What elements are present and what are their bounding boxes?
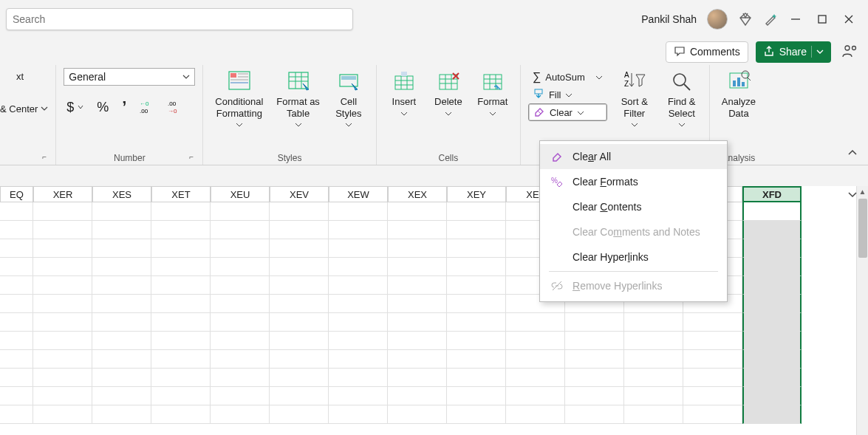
- cell[interactable]: [447, 295, 506, 313]
- fill-button[interactable]: Fill: [528, 86, 607, 103]
- cell[interactable]: [742, 313, 802, 332]
- cell[interactable]: [151, 258, 211, 276]
- menu-clear-contents[interactable]: Clear Contents: [540, 194, 727, 219]
- cell[interactable]: [211, 202, 270, 221]
- cell[interactable]: [33, 239, 92, 258]
- cell[interactable]: [211, 405, 270, 424]
- cell[interactable]: [270, 221, 329, 239]
- cell[interactable]: [92, 405, 151, 424]
- cell[interactable]: [742, 276, 802, 295]
- column-header[interactable]: EQ: [0, 186, 33, 202]
- cell[interactable]: [624, 350, 683, 369]
- cell[interactable]: [329, 239, 388, 258]
- cell[interactable]: [742, 202, 802, 221]
- cell[interactable]: [565, 313, 624, 332]
- column-header[interactable]: XEY: [447, 186, 506, 202]
- cell[interactable]: [270, 350, 329, 369]
- cell[interactable]: [0, 387, 33, 405]
- cell[interactable]: [0, 332, 33, 350]
- minimize-button[interactable]: [782, 6, 809, 32]
- cell[interactable]: [151, 295, 211, 313]
- cell[interactable]: [388, 369, 447, 387]
- cell[interactable]: [211, 239, 270, 258]
- cell[interactable]: [270, 202, 329, 221]
- cell[interactable]: [33, 295, 92, 313]
- cell[interactable]: [151, 202, 211, 221]
- pencil-sparkle-icon[interactable]: [763, 12, 778, 27]
- cell[interactable]: [33, 369, 92, 387]
- cell[interactable]: [683, 369, 742, 387]
- find-select-button[interactable]: Find & Select: [662, 68, 702, 131]
- column-header[interactable]: XEW: [329, 186, 388, 202]
- cell[interactable]: [683, 387, 742, 405]
- vertical-scrollbar[interactable]: ▲: [856, 186, 868, 435]
- cell[interactable]: [270, 258, 329, 276]
- cell[interactable]: [270, 295, 329, 313]
- cell[interactable]: [506, 313, 565, 332]
- cell[interactable]: [151, 332, 211, 350]
- autosum-button[interactable]: ∑ AutoSum: [528, 68, 607, 86]
- cell[interactable]: [683, 313, 742, 332]
- cell[interactable]: [388, 221, 447, 239]
- cell[interactable]: [624, 369, 683, 387]
- cell[interactable]: [447, 332, 506, 350]
- cell[interactable]: [92, 276, 151, 295]
- cell[interactable]: [151, 313, 211, 332]
- cell[interactable]: [447, 350, 506, 369]
- cell[interactable]: [211, 295, 270, 313]
- cell[interactable]: [92, 350, 151, 369]
- cell[interactable]: [270, 332, 329, 350]
- cell[interactable]: [388, 405, 447, 424]
- format-as-table-button[interactable]: Format as Table: [272, 68, 324, 131]
- comments-button[interactable]: Comments: [666, 41, 748, 63]
- cell[interactable]: [329, 258, 388, 276]
- cell[interactable]: [447, 276, 506, 295]
- cell[interactable]: [683, 350, 742, 369]
- cell[interactable]: [33, 258, 92, 276]
- share-button[interactable]: Share: [756, 41, 831, 63]
- cell[interactable]: [624, 332, 683, 350]
- column-header[interactable]: XES: [92, 186, 151, 202]
- cell[interactable]: [92, 369, 151, 387]
- cell[interactable]: [151, 221, 211, 239]
- column-header[interactable]: XEX: [388, 186, 447, 202]
- comma-button[interactable]: ’: [119, 96, 129, 118]
- cell[interactable]: [742, 405, 802, 424]
- cell[interactable]: [211, 313, 270, 332]
- cell[interactable]: [151, 350, 211, 369]
- merge-center-button[interactable]: & Center: [0, 103, 48, 114]
- menu-clear-formats[interactable]: % Clear Formats: [540, 169, 727, 194]
- cell[interactable]: [33, 276, 92, 295]
- cell[interactable]: [270, 369, 329, 387]
- close-button[interactable]: [835, 6, 862, 32]
- currency-button[interactable]: $: [64, 98, 86, 117]
- cell[interactable]: [329, 276, 388, 295]
- maximize-button[interactable]: [809, 6, 835, 32]
- cell[interactable]: [211, 369, 270, 387]
- cell[interactable]: [0, 221, 33, 239]
- cell[interactable]: [329, 221, 388, 239]
- cell[interactable]: [270, 313, 329, 332]
- formula-bar-collapse-button[interactable]: [847, 189, 858, 202]
- cell[interactable]: [329, 313, 388, 332]
- cell[interactable]: [0, 295, 33, 313]
- column-header[interactable]: XET: [151, 186, 211, 202]
- column-header[interactable]: XFD: [742, 186, 802, 202]
- cell[interactable]: [92, 387, 151, 405]
- cell[interactable]: [506, 332, 565, 350]
- cell[interactable]: [447, 405, 506, 424]
- cell[interactable]: [0, 313, 33, 332]
- format-button[interactable]: Format: [473, 68, 513, 120]
- scroll-thumb[interactable]: [858, 199, 867, 258]
- cell[interactable]: [447, 221, 506, 239]
- cell[interactable]: [329, 295, 388, 313]
- cell[interactable]: [0, 258, 33, 276]
- cell[interactable]: [742, 239, 802, 258]
- cell[interactable]: [506, 387, 565, 405]
- cell[interactable]: [270, 405, 329, 424]
- cell[interactable]: [506, 405, 565, 424]
- menu-clear-all[interactable]: Clear All: [540, 144, 727, 169]
- decrease-decimal-button[interactable]: .00→0: [165, 99, 185, 115]
- cell[interactable]: [388, 239, 447, 258]
- cell[interactable]: [742, 369, 802, 387]
